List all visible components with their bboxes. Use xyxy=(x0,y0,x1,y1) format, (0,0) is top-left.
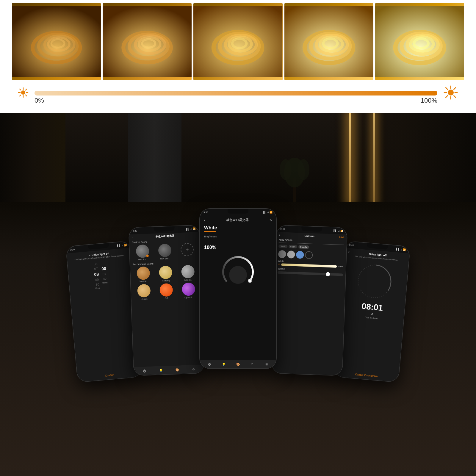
nav-3-power-icon[interactable]: ⏻ xyxy=(207,361,212,367)
nav-3-palette-icon[interactable]: 🎨 xyxy=(235,361,241,367)
phone-4-custom-scene: 9:40 ▌▌ ⊿ 📶 ‹ Custom Save New Scene Stat… xyxy=(271,225,347,376)
scene-item-soft[interactable]: Soft xyxy=(156,283,177,299)
scene-item-goodnight[interactable]: Good Ni... xyxy=(133,266,154,283)
svg-point-56 xyxy=(357,264,392,299)
scene-item-reading[interactable]: Reading xyxy=(155,266,176,282)
phone-1-min-00: 00 xyxy=(101,266,107,272)
scene-label-custom1: New Sce... xyxy=(138,258,148,261)
phone-4-sun-icon: ☀ xyxy=(278,263,280,266)
phone-5-click-to-reset[interactable]: Click To Reset xyxy=(365,316,378,320)
phone-5-timer-dial[interactable] xyxy=(354,260,396,302)
phone-3-edit-icon[interactable]: ✎ xyxy=(270,218,272,222)
scene-label-dynamic: Dynami... xyxy=(184,296,193,299)
phone-4-header: ‹ Custom Save xyxy=(279,233,344,239)
scene-circle-custom1 xyxy=(136,245,149,258)
svg-point-54 xyxy=(248,279,252,283)
svg-point-53 xyxy=(298,159,309,180)
svg-point-41 xyxy=(448,90,454,95)
brightness-slider[interactable]: 0% 100% xyxy=(35,90,437,96)
phone-3-brightness-dial[interactable] xyxy=(220,254,256,290)
svg-rect-13 xyxy=(193,6,282,77)
mode-static-button[interactable]: Static xyxy=(278,245,287,248)
scene-label-working: Workin... xyxy=(184,279,192,281)
phone-4-save-button[interactable]: Save xyxy=(339,236,345,239)
phone-5-time: 9:40 xyxy=(349,243,354,246)
phone-4-screen: 9:40 ▌▌ ⊿ 📶 ‹ Custom Save New Scene Stat… xyxy=(272,226,347,375)
phone-2-content: ‹ 单色WiFi调光器 Custom Scene New Sce... xyxy=(129,232,204,367)
room-center-mirror xyxy=(128,113,181,202)
mode-breathe-button[interactable]: Breathe xyxy=(298,245,309,249)
svg-line-38 xyxy=(26,89,27,90)
scene-item-working[interactable]: Workin... xyxy=(178,265,199,281)
phone-3-brightness-number: 100 xyxy=(204,245,212,250)
strip-image-3 xyxy=(193,3,282,80)
nav-3-grid-icon[interactable]: ⊞ xyxy=(264,361,269,367)
color-dot-gray1[interactable] xyxy=(278,250,286,258)
phone-1-min-02: 02 xyxy=(103,277,107,281)
phone-1-hour-08: 08 xyxy=(94,271,99,277)
svg-line-48 xyxy=(454,88,456,90)
color-dot-blue1[interactable] xyxy=(296,251,304,259)
scene-item-custom2[interactable]: New Sce... xyxy=(154,244,176,260)
strip-image-1 xyxy=(12,3,101,80)
mode-flash-button[interactable]: Flash xyxy=(289,245,297,248)
nav-3-timer-icon[interactable]: ⏲ xyxy=(250,361,255,367)
color-add-button[interactable]: + xyxy=(305,251,313,259)
room-wall-light-2 xyxy=(373,113,375,202)
scene-item-add[interactable]: + xyxy=(177,243,198,259)
svg-rect-0 xyxy=(12,6,101,77)
phone-5-cancel-button[interactable]: Cancel Countdown xyxy=(355,373,378,378)
phone-1-hour-label: Hour xyxy=(95,287,100,289)
phone-2-title: 单色WiFi调光器 xyxy=(133,233,197,239)
svg-line-46 xyxy=(446,88,448,90)
phone-3-brightness-label: Brightness xyxy=(204,235,272,238)
brightness-max-label: 100% xyxy=(421,97,437,104)
scene-item-custom1[interactable]: New Sce... xyxy=(132,244,153,261)
scene-item-dynamic[interactable]: Dynami... xyxy=(178,282,199,299)
phone-1-hour-06: 06 xyxy=(94,262,98,266)
scene-circle-reading xyxy=(159,266,173,279)
nav-power-icon[interactable]: ⏻ xyxy=(142,368,147,374)
brightness-min-label: 0% xyxy=(35,97,44,104)
phone-1-min-label: Minute xyxy=(102,281,108,284)
svg-line-36 xyxy=(20,89,21,90)
svg-line-39 xyxy=(20,95,21,96)
nav-bulb-icon[interactable]: 💡 xyxy=(158,367,164,373)
phone-4-brightness-pct: 100% xyxy=(338,265,343,268)
scene-item-leisure[interactable]: Leisure xyxy=(133,284,154,300)
phone-5-signal: ▌▌ ⊿ 📶 xyxy=(396,248,406,251)
phone-1-time: 9:39 xyxy=(70,248,75,251)
phone-1-confirm-button[interactable]: Confirm xyxy=(105,373,114,377)
phone-4-back-button[interactable]: ‹ xyxy=(279,233,280,237)
phone-1-hour-07: 07 xyxy=(94,267,98,271)
phone-1-hour-09: 09 xyxy=(95,277,99,282)
svg-line-49 xyxy=(446,96,448,98)
phone-4-notch xyxy=(301,226,322,232)
phone-1-time-picker[interactable]: 06 07 08 09 10 Hour 00 01 02 Minute xyxy=(93,261,109,289)
scene-label-leisure: Leisure xyxy=(141,298,148,300)
phone-1-close-icon[interactable]: × xyxy=(89,254,90,257)
svg-rect-6 xyxy=(103,6,192,77)
sun-small-icon xyxy=(18,87,29,99)
phone-4-content: ‹ Custom Save New Scene Static Flash Bre… xyxy=(272,232,347,375)
phones-showcase: 9:39 ▌▌ ⊿ 📶 × Delay light off The light … xyxy=(0,202,476,476)
room-left-cabinet xyxy=(0,113,65,202)
slider-track xyxy=(35,91,437,95)
svg-point-52 xyxy=(280,159,292,180)
scene-circle-dynamic xyxy=(182,282,195,296)
nav-timer-icon[interactable]: ⏲ xyxy=(191,366,196,372)
color-dot-gray2[interactable] xyxy=(287,250,295,259)
scene-label-reading: Reading xyxy=(162,279,170,282)
phone-5-timer-time: 08:01 xyxy=(361,301,383,313)
phone-3-title: 单色WiFi调光器 xyxy=(205,218,270,222)
phone-1-min-01: 01 xyxy=(102,272,106,276)
phone-2-signal: ▌▌ ⊿ 📶 xyxy=(186,228,196,231)
scene-circle-working xyxy=(181,265,195,278)
nav-palette-icon[interactable]: 🎨 xyxy=(174,367,180,372)
phone-4-scene-name[interactable]: New Scene xyxy=(279,238,344,245)
sun-large-icon xyxy=(443,85,458,101)
phone-3-content: ‹ 单色WiFi调光器 ✎ White Brightness 100% xyxy=(200,215,276,360)
add-scene-button[interactable]: + xyxy=(181,243,194,256)
nav-3-bulb-icon[interactable]: 💡 xyxy=(221,361,226,367)
room-background xyxy=(0,113,476,202)
